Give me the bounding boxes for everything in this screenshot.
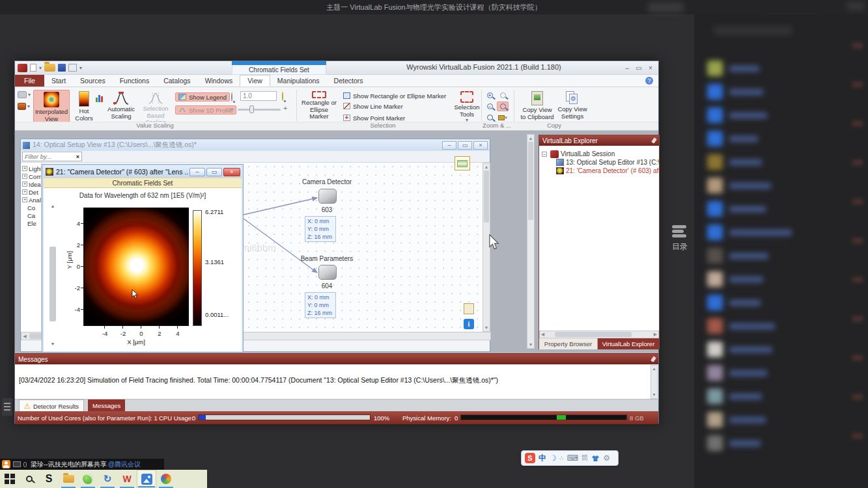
close-icon[interactable]: × [223,168,240,176]
zoom-out-button[interactable]: – [484,102,496,111]
ime-mode-chinese[interactable]: 中 [539,453,546,464]
view-mode-button[interactable]: ▾ [18,103,30,110]
help-icon[interactable]: ? [645,77,653,85]
capture-view-button[interactable]: ▾ [18,91,31,98]
start-button[interactable] [0,470,20,488]
file-explorer-button[interactable] [59,470,78,488]
minimize-icon[interactable]: – [621,63,633,72]
participant-row[interactable] [707,411,766,428]
participant-row[interactable] [707,107,767,124]
document-title-bar[interactable]: 14: Optical Setup View #13 (C:\Users\...… [21,139,490,151]
zoom-selection-button[interactable] [497,90,509,100]
tab-detector-results[interactable]: ⚠ Detector Results [19,400,84,412]
participant-row[interactable] [707,294,761,311]
tree-item[interactable]: Ca [22,211,41,219]
colorful-app-button[interactable] [156,470,176,488]
minimize-icon[interactable]: – [442,141,456,150]
selection-based-scaling-button[interactable]: Selection Based Scaling [139,90,173,126]
show-rect-ellipse-marker-toggle[interactable]: Show Rectangle or Ellipse Marker [343,91,446,100]
open-folder-icon[interactable] [44,64,55,72]
mdi-vertical-scrollbar[interactable]: ▲ ▼ [527,134,535,349]
tree-item[interactable]: +Ideal [22,180,41,188]
gear-icon[interactable]: ⚙ [603,454,610,463]
zoom-lock-button[interactable]: ▾ [497,113,509,122]
show-line-marker-toggle[interactable]: Show Line Marker [343,102,403,111]
tab-messages[interactable]: Messages [88,400,125,412]
scroll-down-icon[interactable]: ▼ [651,392,657,398]
skin-icon[interactable] [591,455,600,462]
participant-row[interactable] [707,435,761,452]
tab-windows[interactable]: Windows [198,75,240,87]
messages-title-bar[interactable]: Messages [15,354,658,364]
toc-button[interactable]: 目录 [668,224,692,260]
participant-row[interactable] [707,130,758,147]
automatic-scaling-button[interactable]: Automatic Scaling [105,90,137,126]
maximize-icon[interactable]: ▭ [206,168,222,176]
copy-view-settings-button[interactable]: ⚙ Copy View Settings [557,90,588,126]
detector-results-icon[interactable] [455,156,470,170]
slider-minus-icon[interactable]: – [230,104,234,112]
scroll-up-icon[interactable]: ▲ [48,202,58,209]
caret-down-icon[interactable]: ▾ [39,65,42,71]
close-icon[interactable]: × [473,141,488,150]
save-icon[interactable] [58,64,66,72]
scroll-down-icon[interactable]: ▼ [48,340,58,347]
zoom-all-button[interactable] [484,113,496,122]
contextual-tab[interactable]: Chromatic Fields Set [232,65,326,75]
participant-row[interactable] [707,224,792,241]
participant-row[interactable] [707,341,772,358]
pin-icon[interactable] [651,137,657,143]
tree-item[interactable]: +Anal [22,196,41,204]
wps-button[interactable]: W [117,470,137,488]
tab-view[interactable]: View [240,75,270,87]
brightness-input[interactable] [240,91,277,101]
ime-simplified[interactable]: 简 [581,454,589,463]
tab-start[interactable]: Start [44,75,73,87]
sync-app-button[interactable]: ↻ [98,470,117,488]
dots-icon[interactable]: ∴ [560,455,564,461]
scrollbar-thumb[interactable] [49,247,56,321]
scroll-up-icon[interactable]: ▲ [651,366,657,372]
meeting-app-button[interactable] [137,470,156,488]
sogou-logo-icon[interactable]: S [525,453,535,463]
scroll-up-icon[interactable]: ▲ [527,135,534,141]
show-point-marker-toggle[interactable]: + Show Point Marker [343,113,405,122]
explorer-horizontal-scrollbar[interactable]: ◀ ▶ [539,331,659,338]
participant-row[interactable] [707,60,759,77]
moon-icon[interactable]: ☽ [550,454,557,463]
zoom-in-button[interactable]: + [484,90,496,100]
explorer-title-bar[interactable]: VirtualLab Explorer [539,135,659,146]
scroll-down-icon[interactable]: ▼ [483,324,490,331]
show-1d-profile-toggle[interactable]: Show 1D Profile [175,105,236,115]
tree-item[interactable]: +Det [22,188,41,196]
minimize-icon[interactable]: – [189,168,205,176]
tab-detectors[interactable]: Detectors [327,75,371,87]
tree-item[interactable]: Co [22,204,41,211]
scroll-right-icon[interactable]: ▶ [652,332,658,337]
scroll-left-icon[interactable]: ◀ [540,332,546,337]
participant-row[interactable] [707,177,771,194]
participant-row[interactable] [707,247,768,264]
browser-button[interactable] [78,470,98,488]
document-vertical-scrollbar[interactable]: ▲ ▼ [483,163,490,332]
scrollbar-thumb[interactable] [528,142,533,220]
participant-row[interactable] [707,154,762,170]
scroll-down-icon[interactable]: ▼ [527,341,534,347]
dock-handle[interactable] [2,398,12,416]
camera-detector-node[interactable] [318,189,337,204]
participant-row[interactable] [707,318,775,334]
maximize-icon[interactable]: ▭ [633,63,645,72]
detector-result-item[interactable]: 21: 'Camera Detector' (# 603) after [542,167,659,175]
participant-row[interactable] [707,364,767,381]
setup-editor-item[interactable]: 13: Optical Setup Editor #13 (C:\Us... [542,158,659,167]
heatmap-plot[interactable] [83,208,189,326]
selection-tools-button[interactable]: Selection Tools ▾ [454,90,480,126]
app-s-button[interactable]: S [39,470,59,488]
tab-property-browser[interactable]: Property Browser [539,338,598,349]
rect-ellipse-marker-button[interactable]: Rectangle or Ellipse Marker ▾ [300,90,338,126]
share-suffix[interactable]: @腾讯会议 [108,460,141,469]
scrollbar-thumb[interactable] [555,332,632,337]
show-legend-toggle[interactable]: Show Legend [175,92,230,102]
session-node[interactable]: – VirtualLab Session [542,150,659,158]
tree-item[interactable]: +Com [22,172,41,180]
